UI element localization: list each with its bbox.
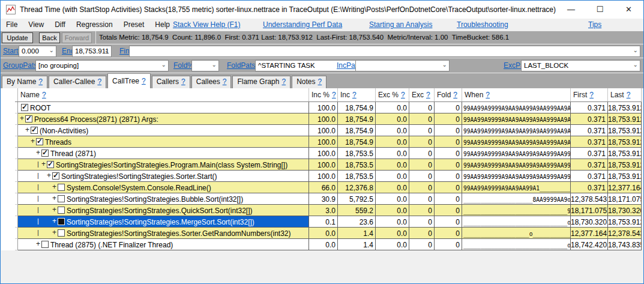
inc-pct-cell[interactable]: 0.0 (309, 239, 338, 250)
column-header-inc[interactable]: Inc %? (309, 88, 338, 101)
tab-help-link[interactable]: ? (318, 77, 322, 86)
name-cell[interactable]: |+SortingStrategies!SortingStrategies.Bu… (18, 193, 309, 205)
fold-cell[interactable]: 0 (435, 216, 462, 228)
expander-icon[interactable]: + (36, 148, 40, 157)
inc-pct-cell[interactable]: 100.0 (309, 113, 338, 125)
column-header-fold[interactable]: Fold? (435, 88, 462, 101)
tree-row[interactable]: +Threads100.018,754.90.00099AA99A9999A9A… (15, 136, 642, 148)
tree-row[interactable]: |+SortingStrategies!SortingStrategies.So… (15, 228, 642, 239)
foldpct-combo[interactable]: ⌄ (191, 60, 219, 71)
when-cell[interactable]: ______________________________9 (462, 205, 571, 216)
last-cell[interactable]: 18,743.835 (608, 239, 642, 250)
chevron-down-icon[interactable]: ⌄ (104, 47, 109, 53)
last-cell[interactable]: 18,753.912 (608, 148, 642, 159)
expander-icon[interactable]: + (20, 114, 24, 122)
checked-checkbox[interactable] (31, 127, 38, 134)
exc-cell[interactable]: 0 (409, 136, 435, 148)
exc-cell[interactable]: 0 (409, 216, 435, 228)
column-help-link[interactable]: ? (589, 91, 594, 99)
inc-cell[interactable]: 1.4 (338, 239, 376, 250)
tree-row[interactable]: |+SortingStrategies!SortingStrategies.Qu… (15, 205, 642, 216)
foldpats-link[interactable]: FoldPats: (227, 61, 257, 70)
when-cell[interactable]: 99AA99A9999A9AA9AA99A9AA999AA99 (462, 148, 571, 159)
maximize-button[interactable]: ☐ (586, 1, 613, 18)
when-cell[interactable]: 99AA99A9999A9AA9AA99A1_________ (462, 182, 571, 193)
name-cell[interactable]: |+SortingStrategies!SortingStrategies.Me… (18, 216, 309, 228)
end-combo[interactable]: 18,753.911⌄ (72, 46, 112, 57)
fold-cell[interactable]: 0 (435, 239, 462, 250)
checked-checkbox[interactable] (21, 104, 28, 111)
exc-cell[interactable]: 0 (409, 159, 435, 171)
inc-pct-cell[interactable]: 0.1 (309, 216, 338, 228)
expander-icon[interactable]: + (41, 160, 46, 168)
exc-pct-cell[interactable]: 0.0 (376, 182, 409, 193)
inc-cell[interactable]: 18,754.9 (338, 125, 376, 136)
first-cell[interactable]: 18,171.075 (571, 205, 608, 216)
start-link[interactable]: Start: (3, 47, 20, 55)
name-cell[interactable]: +Thread (2875) (.NET Finalizer Thread) (18, 239, 309, 250)
fold-cell[interactable]: 0 (435, 136, 462, 148)
first-cell[interactable]: 18,730.320 (571, 216, 608, 228)
inc-cell[interactable]: 18,754.9 (338, 102, 376, 113)
name-cell[interactable]: +(Non-Activities) (18, 125, 309, 136)
inc-pct-cell[interactable]: 100.0 (309, 125, 338, 136)
tab-calltree[interactable]: CallTree? (107, 73, 151, 88)
inc-pct-cell[interactable]: 100.0 (309, 102, 338, 113)
column-help-link[interactable]: ? (627, 91, 631, 99)
inc-cell[interactable]: 559.2 (338, 205, 376, 216)
column-help-link[interactable]: ? (352, 91, 357, 99)
forward-button[interactable]: Forward (62, 32, 92, 43)
tab-help-link[interactable]: ? (281, 77, 286, 86)
when-cell[interactable]: 99AA99A9999A9AA9AA99A9AA999AA9A (462, 136, 571, 148)
tree-row[interactable]: |+SortingStrategies!SortingStrategies.Bu… (15, 193, 642, 205)
inc-pct-cell[interactable]: 3.0 (309, 205, 338, 216)
name-cell[interactable]: |+SortingStrategies!SortingStrategies.Pr… (18, 159, 309, 171)
expander-icon[interactable]: + (31, 137, 35, 145)
tree-row[interactable]: |+SortingStrategies!SortingStrategies.Pr… (15, 159, 642, 171)
expander-icon[interactable]: + (47, 171, 51, 180)
chevron-down-icon[interactable]: ⌄ (442, 61, 447, 68)
unchecked-checkbox[interactable] (58, 218, 65, 225)
exc-pct-cell[interactable]: 0.0 (376, 102, 409, 113)
column-header-when[interactable]: When? (462, 88, 571, 101)
column-help-link[interactable]: ? (401, 91, 405, 99)
exc-pct-cell[interactable]: 0.0 (376, 148, 409, 159)
tab-callees[interactable]: Callees? (191, 76, 232, 88)
inc-pct-cell[interactable]: 30.9 (309, 193, 338, 205)
name-cell[interactable]: |+System.Console!System.Console.ReadLine… (18, 182, 309, 193)
inc-pct-cell[interactable]: 100.0 (309, 136, 338, 148)
last-cell[interactable]: 18,753.912 (608, 171, 642, 182)
tree-row[interactable]: ROOT100.018,754.90.00099AA99A9999A9AA9AA… (15, 102, 642, 113)
last-cell[interactable]: 18,171.075 (608, 193, 642, 205)
exc-cell[interactable]: 0 (409, 148, 435, 159)
fold-cell[interactable]: 0 (435, 171, 462, 182)
when-cell[interactable]: ______________________________o (462, 216, 571, 228)
inc-cell[interactable]: 18,753.5 (338, 159, 376, 171)
menu-item-view[interactable]: View (23, 19, 49, 29)
incpats-combo[interactable]: ⌄ (355, 60, 450, 71)
tree-row[interactable]: +(Non-Activities)100.018,754.90.00099AA9… (15, 125, 642, 136)
tab-help-link[interactable]: ? (181, 77, 185, 86)
exc-cell[interactable]: 0 (409, 113, 435, 125)
last-cell[interactable]: 18,753.912 (608, 216, 642, 228)
first-cell[interactable]: 0.371 (571, 148, 608, 159)
chevron-down-icon[interactable]: ⌄ (212, 61, 217, 68)
first-cell[interactable]: 0.371 (571, 182, 608, 193)
fold-cell[interactable]: 0 (435, 193, 462, 205)
expander-icon[interactable]: + (36, 240, 40, 248)
minimize-button[interactable]: — (558, 1, 585, 18)
exc-pct-cell[interactable]: 0.0 (376, 228, 409, 239)
excpats-combo[interactable]: LAST_BLOCK⌄ (521, 60, 640, 71)
tree-row[interactable]: |+System.Console!System.Console.ReadLine… (15, 182, 642, 193)
help-link-understanding-perf-data[interactable]: Understanding Perf Data (263, 20, 342, 29)
menu-item-regression[interactable]: Regression (71, 19, 118, 29)
last-cell[interactable]: 18,753.912 (608, 113, 642, 125)
inc-cell[interactable]: 18,753.5 (338, 148, 376, 159)
exc-cell[interactable]: 0 (409, 171, 435, 182)
help-link-stack-view-help-f1[interactable]: Stack View Help (F1) (173, 20, 240, 29)
first-cell[interactable]: 0.371 (571, 171, 608, 182)
first-cell[interactable]: 0.371 (571, 136, 608, 148)
inc-cell[interactable]: 18,754.9 (338, 136, 376, 148)
unchecked-checkbox[interactable] (58, 195, 65, 202)
when-cell[interactable]: 99AA99A9999A9AA9AA99A9AA999AA9A (462, 102, 571, 113)
